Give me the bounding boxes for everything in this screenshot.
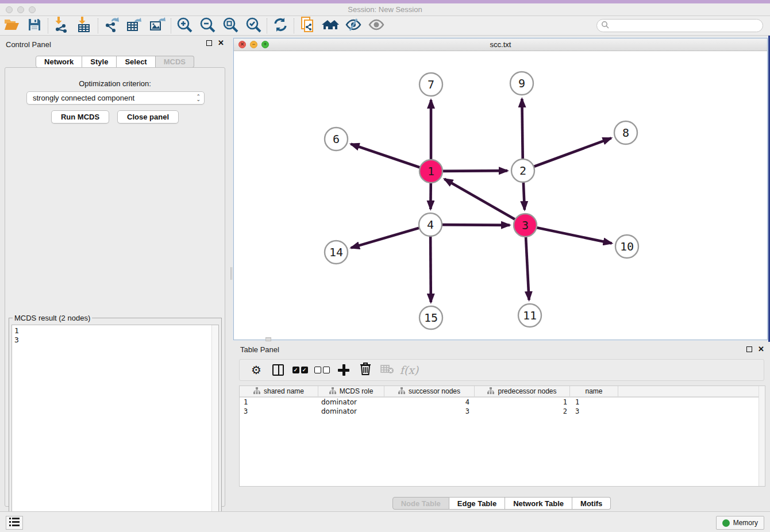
network-window-titlebar[interactable]: ✕ − + scc.txt — [234, 38, 767, 51]
search-icon — [601, 21, 609, 31]
node-2[interactable]: 2 — [511, 159, 534, 182]
refresh-button[interactable] — [269, 17, 292, 34]
tab-network-table[interactable]: Network Table — [505, 497, 572, 510]
mcds-result-box[interactable]: 1 3 — [11, 325, 219, 529]
select-all-columns-button[interactable]: ✓✓ — [289, 361, 311, 379]
column-header-MCDS-role[interactable]: MCDS role — [318, 386, 384, 396]
table-row[interactable]: 1dominator411 — [240, 398, 765, 407]
node-1[interactable]: 1 — [419, 160, 442, 183]
run-mcds-button[interactable]: Run MCDS — [51, 110, 109, 124]
table-cell: 3 — [570, 407, 618, 416]
list-icon — [9, 518, 20, 529]
svg-text:15: 15 — [424, 311, 438, 325]
float-table-panel-icon[interactable] — [746, 346, 752, 352]
memory-status-icon — [722, 519, 730, 527]
edge-1-6[interactable] — [351, 144, 431, 171]
import-table-button[interactable] — [73, 17, 96, 34]
zoom-out-button[interactable] — [196, 17, 219, 34]
export-image-button[interactable] — [146, 17, 169, 34]
show-details-icon — [368, 18, 384, 34]
node-11[interactable]: 11 — [518, 304, 541, 327]
edge-4-14[interactable] — [351, 225, 430, 248]
zoom-out-icon — [199, 17, 215, 35]
select-all-columns-icon: ✓✓ — [292, 367, 308, 373]
search-field[interactable] — [596, 19, 763, 32]
column-layout-button[interactable] — [267, 361, 289, 379]
add-column-button[interactable] — [333, 361, 355, 379]
node-6[interactable]: 6 — [325, 128, 348, 151]
plus-icon — [338, 364, 349, 376]
node-14[interactable]: 14 — [325, 241, 348, 264]
node-4[interactable]: 4 — [419, 213, 442, 236]
column-header-successor-nodes[interactable]: successor nodes — [384, 386, 475, 396]
column-label: shared name — [264, 387, 304, 395]
horizontal-splitter-grip[interactable] — [265, 337, 271, 341]
node-10[interactable]: 10 — [615, 235, 638, 258]
zoom-in-icon — [176, 17, 192, 35]
import-table-icon — [77, 17, 92, 35]
zoom-fit-button[interactable] — [219, 17, 242, 34]
hide-details-button[interactable] — [342, 17, 365, 34]
tab-mcds[interactable]: MCDS — [156, 56, 194, 68]
optimization-criterion-select[interactable]: strongly connected component ⌃⌄ — [26, 91, 205, 105]
node-8[interactable]: 8 — [614, 121, 637, 144]
edge-2-8[interactable] — [523, 138, 611, 171]
close-table-panel-icon[interactable]: ✕ — [758, 346, 764, 352]
task-history-button[interactable] — [6, 516, 23, 530]
import-network-button[interactable] — [50, 17, 73, 34]
save-session-button[interactable] — [23, 17, 46, 34]
tab-node-table[interactable]: Node Table — [392, 497, 449, 510]
tab-network[interactable]: Network — [36, 56, 82, 68]
home-button[interactable] — [319, 17, 342, 34]
column-header-predecessor-nodes[interactable]: predecessor nodes — [475, 386, 570, 396]
tab-motifs[interactable]: Motifs — [572, 497, 611, 510]
close-panel-button[interactable]: Close panel — [117, 110, 179, 124]
tab-edge-table[interactable]: Edge Table — [449, 497, 505, 510]
control-panel: Control Panel ✕ NetworkStyleSelectMCDS O… — [0, 36, 230, 511]
tab-style[interactable]: Style — [82, 56, 117, 68]
network-file-icon — [300, 17, 315, 35]
float-panel-icon[interactable] — [206, 40, 212, 46]
export-network-button[interactable] — [100, 17, 123, 34]
export-table-button[interactable] — [123, 17, 146, 34]
node-15[interactable]: 15 — [419, 306, 442, 329]
table-scrollbar[interactable] — [759, 386, 765, 486]
column-header-shared-name[interactable]: shared name — [240, 386, 318, 396]
delete-table-button[interactable] — [376, 361, 398, 379]
edge-3-1[interactable] — [444, 179, 525, 225]
delete-column-button[interactable] — [355, 361, 376, 379]
column-header-name[interactable]: name — [570, 386, 618, 396]
memory-button[interactable]: Memory — [716, 516, 764, 530]
node-7[interactable]: 7 — [419, 73, 442, 96]
svg-text:11: 11 — [523, 309, 537, 322]
hierarchy-icon — [329, 387, 336, 396]
unselect-all-columns-button[interactable] — [311, 361, 333, 379]
function-builder-button[interactable]: f(x) — [398, 361, 420, 379]
open-session-button[interactable] — [0, 17, 23, 34]
edge-3-10[interactable] — [525, 225, 612, 243]
table-header-row: shared nameMCDS rolesuccessor nodesprede… — [240, 386, 765, 398]
table-tabs: Node TableEdge TableNetwork TableMotifs — [233, 497, 770, 510]
table-row[interactable]: 3dominator323 — [240, 407, 765, 416]
network-canvas[interactable]: 7968124314101511 — [234, 51, 767, 340]
zoom-in-button[interactable] — [173, 17, 196, 34]
zoom-selected-button[interactable] — [242, 17, 265, 34]
result-scrollbar[interactable] — [211, 325, 218, 529]
svg-text:4: 4 — [427, 218, 434, 232]
column-label: predecessor nodes — [498, 387, 556, 395]
app-titlebar: Session: New Session — [0, 3, 770, 16]
optimization-criterion-label: Optimization criterion: — [5, 79, 225, 88]
column-label: name — [585, 387, 602, 395]
splitter-grip — [230, 267, 232, 280]
show-details-button[interactable] — [365, 17, 388, 34]
close-panel-icon[interactable]: ✕ — [218, 40, 224, 46]
hierarchy-icon — [253, 387, 260, 396]
table-cell: 1 — [475, 398, 570, 407]
network-file-button[interactable] — [296, 17, 319, 34]
node-table[interactable]: shared nameMCDS rolesuccessor nodesprede… — [239, 385, 765, 487]
node-9[interactable]: 9 — [510, 72, 533, 95]
node-3[interactable]: 3 — [514, 214, 537, 237]
search-input[interactable] — [609, 21, 763, 31]
table-settings-button[interactable]: ⚙ — [245, 361, 267, 379]
tab-select[interactable]: Select — [117, 56, 155, 68]
